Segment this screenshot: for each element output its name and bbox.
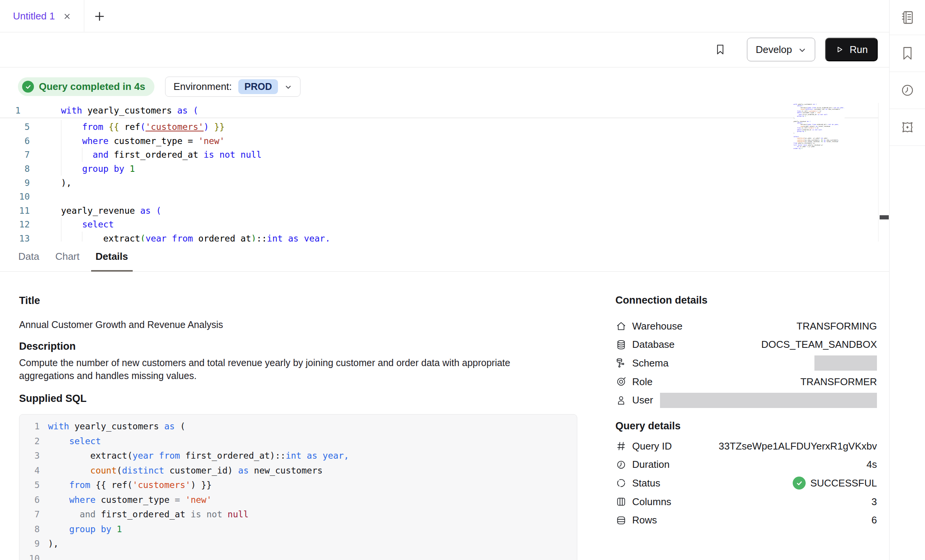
new-tab-button[interactable] [91, 8, 108, 25]
editor-tabbar: Untitled 1 [0, 0, 890, 32]
right-icon-sidebar [889, 0, 925, 560]
row-label: Query ID [632, 440, 672, 452]
row-value: 6 [872, 514, 877, 526]
detail-row-columns: Columns3 [615, 493, 877, 511]
tab-details[interactable]: Details [91, 242, 133, 271]
line-number: 11 [0, 206, 30, 216]
sidebar-button-history[interactable] [890, 72, 925, 109]
code-line: count(distinct customer_id) as new_custo… [48, 466, 323, 475]
redacted-value [814, 355, 877, 371]
sql-line: 6 where customer_type = 'new' [19, 493, 577, 507]
code-line: select [48, 436, 101, 446]
row-label: Columns [632, 496, 671, 508]
spinner-icon [615, 477, 627, 489]
detail-row-duration: Duration4s [615, 456, 877, 474]
row-label: Schema [632, 357, 668, 369]
role-icon [615, 376, 627, 387]
code-line: from {{ ref('customers') }} [61, 122, 225, 132]
line-number: 8 [0, 164, 30, 174]
develop-dropdown[interactable]: Develop [747, 38, 815, 61]
tab-untitled-1[interactable]: Untitled 1 [0, 0, 84, 32]
row-value: SUCCESSFUL [793, 477, 877, 490]
editor-line: 10 [0, 190, 878, 204]
line-number: 6 [0, 136, 30, 146]
editor-toolbar: Develop Run [0, 32, 890, 67]
chevron-down-icon [284, 83, 292, 91]
details-panel: Title Annual Customer Growth and Revenue… [0, 272, 890, 560]
editor-lines: 5 from {{ ref('customers') }}6 where cus… [0, 120, 878, 242]
sql-line: 7 and first_ordered_at is not null [19, 507, 577, 522]
rows-icon [615, 515, 627, 526]
redacted-value [660, 393, 877, 408]
row-label: Database [632, 339, 674, 350]
line-number: 5 [0, 122, 30, 132]
line-number: 12 [0, 219, 30, 229]
check-circle-icon [793, 477, 806, 490]
line-number: 5 [19, 480, 40, 490]
chevron-down-icon [798, 46, 806, 54]
detail-row-query-id: Query ID33TZseWpe1ALFDUYerxR1gVKxbv [615, 437, 877, 456]
query-status-text: Query completed in 4s [39, 81, 145, 93]
title-text: Annual Customer Growth and Revenue Analy… [19, 318, 223, 331]
line-number: 9 [0, 178, 30, 188]
editor-line: 8 group by 1 [0, 162, 878, 176]
code-line: with yearly_customers as ( [61, 106, 198, 115]
warehouse-icon [615, 320, 627, 332]
line-number: 3 [19, 451, 40, 461]
sql-line: 5 from {{ ref('customers') }} [19, 478, 577, 493]
sql-line: 3 extract(year from first_ordered_at)::i… [19, 448, 577, 463]
sidebar-button-bookmark[interactable] [890, 35, 925, 72]
tab-chart[interactable]: Chart [51, 242, 84, 271]
code-line: ), [48, 539, 59, 549]
scrollbar-handle[interactable] [880, 215, 889, 219]
line-number: 2 [19, 436, 40, 446]
sidebar-button-notebook[interactable] [890, 0, 925, 35]
sql-line: 10 [19, 551, 577, 560]
editor-sticky-line: 1with yearly_customers as ( [0, 103, 878, 118]
play-icon [835, 45, 844, 54]
row-value: 3 [872, 496, 877, 508]
editor-line: 12 select [0, 218, 878, 232]
tab-data[interactable]: Data [14, 242, 44, 271]
row-label: Duration [632, 459, 670, 470]
editor-line: 9), [0, 176, 878, 190]
status-row: Query completed in 4s Environment: PROD [18, 77, 300, 97]
editor-scrollbar[interactable] [878, 103, 890, 242]
environment-value-badge: PROD [238, 79, 278, 94]
sql-line: 1with yearly_customers as ( [19, 419, 577, 434]
environment-selector[interactable]: Environment: PROD [165, 77, 300, 97]
code-line: with yearly_customers as ( [48, 421, 185, 431]
editor-minimap[interactable]: with yearly_customers as ( select extrac… [793, 104, 845, 149]
run-label: Run [850, 44, 868, 56]
row-value: 4s [867, 459, 877, 470]
query-details-heading: Query details [615, 420, 681, 432]
code-line: where customer_type = 'new' [48, 495, 212, 505]
query-status-pill: Query completed in 4s [18, 77, 154, 96]
code-line: group by 1 [48, 524, 122, 534]
row-label: Role [632, 376, 652, 388]
line-number: 10 [19, 554, 40, 560]
run-button[interactable]: Run [825, 38, 878, 61]
description-text: Compute the number of new customers and … [19, 356, 538, 382]
detail-row-schema: Schema [615, 354, 877, 373]
detail-row-warehouse: WarehouseTRANSFORMING [615, 317, 877, 336]
line-number: 1 [0, 106, 30, 115]
row-label: User [632, 394, 653, 406]
code-line: select [61, 219, 114, 229]
indent-guide [82, 232, 82, 242]
code-line: group by 1 [61, 164, 135, 174]
line-number: 9 [19, 539, 40, 549]
sidebar-button-compass-sparkle[interactable] [890, 109, 925, 146]
sql-editor[interactable]: 5 from {{ ref('customers') }}6 where cus… [0, 103, 878, 242]
bookmark-icon[interactable] [714, 42, 726, 57]
detail-row-role: RoleTRANSFORMER [615, 373, 877, 391]
code-line: yearly_revenue as ( [61, 206, 161, 216]
user-icon [615, 395, 627, 406]
code-line: and first_ordered_at is not null [48, 509, 249, 519]
sql-line: 9), [19, 536, 577, 551]
indent-guide [82, 148, 82, 162]
detail-row-status: StatusSUCCESSFUL [615, 474, 877, 493]
row-value: TRANSFORMING [797, 320, 877, 332]
line-number: 8 [19, 524, 40, 534]
close-icon[interactable] [63, 12, 72, 21]
